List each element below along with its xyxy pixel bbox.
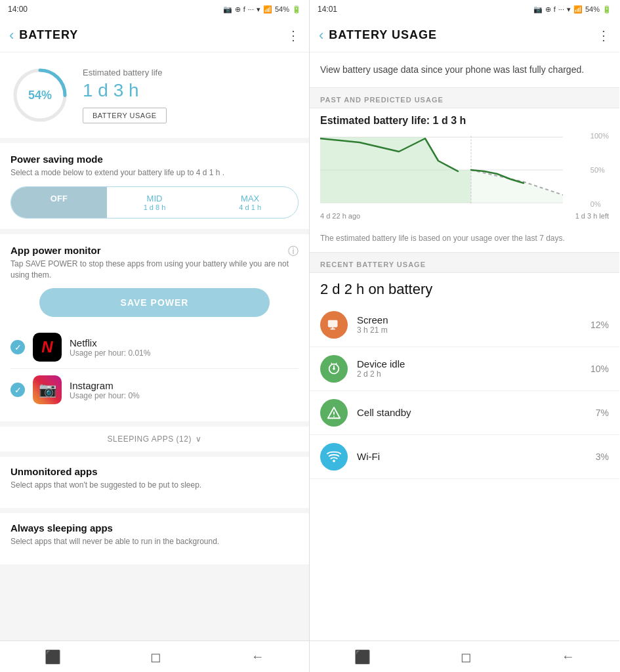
app-row-instagram: ✓ 📷 Instagram Usage per hour: 0% bbox=[10, 369, 299, 411]
right-facebook-icon: f bbox=[554, 5, 556, 13]
battery-chart bbox=[320, 131, 583, 209]
estimated-label: Estimated battery life bbox=[83, 68, 299, 77]
instagram-usage: Usage per hour: 0% bbox=[70, 391, 140, 400]
instagram-check[interactable]: ✓ bbox=[10, 383, 25, 397]
power-tab-off-label: OFF bbox=[51, 194, 68, 203]
usage-header: 2 d 2 h on battery bbox=[310, 273, 619, 303]
right-back-button[interactable]: ‹ bbox=[319, 27, 323, 44]
left-wifi-icon: ▾ bbox=[257, 5, 260, 14]
left-camera-icon: 📷 bbox=[223, 5, 232, 14]
left-facebook-icon: f bbox=[243, 5, 245, 13]
right-status-time: 14:01 bbox=[318, 5, 337, 14]
app-power-monitor-section: App power monitor ⓘ Tap SAVE POWER to st… bbox=[0, 234, 309, 422]
left-battery-pct: 54% bbox=[275, 5, 289, 13]
cell-standby-pct: 7% bbox=[596, 408, 609, 418]
device-idle-time: 2 d 2 h bbox=[357, 369, 581, 379]
unmonitored-desc: Select apps that won't be suggested to b… bbox=[10, 480, 299, 491]
svg-rect-9 bbox=[331, 328, 335, 329]
chart-100: 100% bbox=[590, 132, 609, 140]
power-saving-desc: Select a mode below to extend your batte… bbox=[10, 167, 299, 178]
battery-top-row: 54% Estimated battery life 1 d 3 h BATTE… bbox=[10, 66, 299, 125]
chart-container: 100% 50% 0% 4 d 22 h ago 1 d 3 h left bbox=[310, 131, 619, 228]
always-sleeping-title: Always sleeping apps bbox=[10, 522, 299, 534]
right-nav-bar: ⬛ ◻ ← bbox=[310, 640, 619, 672]
right-target-icon: ⊕ bbox=[545, 5, 551, 14]
cell-standby-details: Cell standby bbox=[357, 407, 587, 418]
chart-note: The estimated battery life is based on y… bbox=[310, 228, 619, 252]
chart-x-left: 4 d 22 h ago bbox=[320, 212, 360, 220]
left-back-button[interactable]: ‹ bbox=[9, 27, 14, 44]
netflix-usage: Usage per hour: 0.01% bbox=[70, 348, 150, 358]
device-idle-icon bbox=[320, 355, 348, 383]
power-saving-section: Power saving mode Select a mode below to… bbox=[0, 143, 309, 229]
right-panel: 14:01 📷 ⊕ f ··· ▾ 📶 54% 🔋 ‹ BATTERY USAG… bbox=[310, 0, 619, 672]
usage-item-cell: Cell standby 7% bbox=[310, 391, 619, 435]
battery-circle: 54% bbox=[10, 66, 70, 125]
left-target-icon: ⊕ bbox=[235, 5, 241, 14]
right-battery-icon: 🔋 bbox=[602, 5, 611, 14]
left-page-title: BATTERY bbox=[19, 28, 78, 42]
unmonitored-title: Unmonitored apps bbox=[10, 466, 299, 477]
left-nav-bar: ⬛ ◻ ← bbox=[0, 640, 309, 672]
instagram-name: Instagram bbox=[70, 380, 140, 391]
app-monitor-header-row: App power monitor ⓘ bbox=[10, 245, 299, 259]
estimated-time: 1 d 3 h bbox=[83, 80, 299, 101]
instagram-details: Instagram Usage per hour: 0% bbox=[70, 380, 140, 400]
right-home-icon[interactable]: ◻ bbox=[461, 649, 472, 665]
view-desc: View battery usage data since your phone… bbox=[310, 52, 619, 87]
sleeping-apps-label: SLEEPING APPS (12) bbox=[108, 434, 192, 444]
cell-standby-name: Cell standby bbox=[357, 407, 587, 418]
always-sleeping-desc: Select apps that will never be able to r… bbox=[10, 536, 299, 547]
right-back-nav-icon[interactable]: ← bbox=[562, 649, 575, 664]
netflix-check[interactable]: ✓ bbox=[10, 340, 25, 354]
usage-item-device: Device idle 2 d 2 h 10% bbox=[310, 347, 619, 391]
svg-point-18 bbox=[333, 459, 335, 462]
screen-details: Screen 3 h 21 m bbox=[357, 314, 581, 335]
save-power-button[interactable]: SAVE POWER bbox=[39, 288, 270, 317]
chart-50: 50% bbox=[590, 166, 609, 174]
netflix-details: Netflix Usage per hour: 0.01% bbox=[70, 337, 150, 358]
left-battery-icon: 🔋 bbox=[292, 5, 301, 14]
power-tab-mid[interactable]: MID 1 d 8 h bbox=[107, 187, 203, 218]
left-status-icons: 📷 ⊕ f ··· ▾ 📶 54% 🔋 bbox=[223, 5, 301, 14]
left-signal-icon: 📶 bbox=[263, 5, 272, 14]
battery-percentage: 54% bbox=[28, 89, 52, 102]
power-tab-off[interactable]: OFF bbox=[11, 187, 107, 218]
left-scroll-content: 54% Estimated battery life 1 d 3 h BATTE… bbox=[0, 52, 309, 640]
instagram-icon: 📷 bbox=[33, 375, 62, 404]
left-menu-button[interactable]: ⋮ bbox=[287, 28, 300, 43]
screen-time: 3 h 21 m bbox=[357, 326, 581, 335]
svg-marker-6 bbox=[471, 170, 563, 203]
right-more-icon: ··· bbox=[558, 5, 564, 13]
past-predicted-label: PAST AND PREDICTED USAGE bbox=[310, 88, 619, 108]
left-top-bar-left: ‹ BATTERY bbox=[9, 27, 78, 44]
right-camera-icon: 📷 bbox=[533, 5, 543, 14]
left-recent-apps-icon[interactable]: ⬛ bbox=[45, 649, 61, 665]
estimated-life-right: Estimated battery life: 1 d 3 h bbox=[310, 108, 619, 131]
wifi-pct: 3% bbox=[596, 452, 609, 462]
battery-usage-button[interactable]: BATTERY USAGE bbox=[83, 108, 167, 123]
right-signal-icon: 📶 bbox=[573, 5, 583, 14]
left-back-nav-icon[interactable]: ← bbox=[251, 649, 264, 664]
right-recent-apps-icon[interactable]: ⬛ bbox=[354, 649, 371, 665]
power-tab-max[interactable]: MAX 4 d 1 h bbox=[202, 187, 298, 218]
app-monitor-title: App power monitor bbox=[10, 245, 101, 256]
left-top-bar: ‹ BATTERY ⋮ bbox=[0, 18, 309, 52]
sleeping-apps-chevron: ∨ bbox=[196, 434, 202, 444]
power-tabs: OFF MID 1 d 8 h MAX 4 d 1 h bbox=[10, 186, 299, 219]
chart-0: 0% bbox=[590, 200, 609, 208]
netflix-icon: N bbox=[33, 333, 62, 362]
power-tab-mid-label: MID bbox=[147, 194, 163, 203]
power-tab-max-sub: 4 d 1 h bbox=[206, 203, 294, 211]
sleeping-apps-row[interactable]: SLEEPING APPS (12) ∨ bbox=[0, 427, 309, 452]
recent-usage-label: RECENT BATTERY USAGE bbox=[310, 253, 619, 272]
right-battery-pct: 54% bbox=[585, 5, 600, 13]
power-tab-mid-sub: 1 d 8 h bbox=[111, 203, 199, 211]
power-saving-title: Power saving mode bbox=[10, 154, 299, 165]
netflix-name: Netflix bbox=[70, 337, 150, 348]
info-icon[interactable]: ⓘ bbox=[288, 245, 299, 259]
right-status-icons: 📷 ⊕ f ··· ▾ 📶 54% 🔋 bbox=[533, 5, 611, 14]
left-status-time: 14:00 bbox=[8, 5, 28, 14]
right-menu-button[interactable]: ⋮ bbox=[597, 28, 610, 43]
left-home-icon[interactable]: ◻ bbox=[150, 649, 161, 665]
